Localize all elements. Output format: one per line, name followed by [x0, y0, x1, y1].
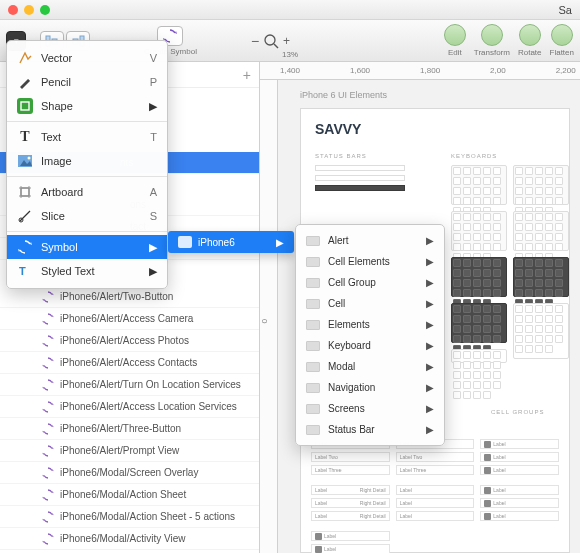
keyboard-thumb-dark [451, 303, 507, 343]
cell-thumb: Label [480, 439, 559, 449]
menu-label: Image [41, 155, 72, 167]
rotate-label: Rotate [518, 48, 542, 57]
add-page-button[interactable]: + [243, 67, 251, 83]
zoom-window-icon[interactable] [40, 5, 50, 15]
cell-thumb: Label [480, 511, 559, 521]
statusbar-thumb [315, 165, 405, 171]
layer-row[interactable]: iPhone6/Modal/Activity View [0, 528, 259, 550]
rotate-button[interactable]: Rotate [518, 24, 542, 57]
menu-label: Styled Text [41, 265, 95, 277]
chevron-right-icon: ▶ [426, 340, 434, 351]
ruler-tick: 1,800 [420, 66, 440, 75]
cell-label: Label [400, 487, 412, 493]
cell-detail: Right Detail [360, 487, 386, 493]
menu-item-vector[interactable]: VectorV [7, 46, 167, 70]
svg-point-9 [28, 157, 31, 160]
menu-label: Text [41, 131, 61, 143]
menu-item[interactable]: Cell Elements▶ [296, 251, 444, 272]
chevron-right-icon: ▶ [426, 424, 434, 435]
cell-chip-icon [484, 454, 491, 461]
menu-item-artboard[interactable]: ArtboardA [7, 180, 167, 204]
layer-row[interactable]: iPhone6/Alert/Access Photos [0, 330, 259, 352]
layer-row[interactable]: iPhone6/Alert/Access Contacts [0, 352, 259, 374]
edit-button[interactable]: Edit [444, 24, 466, 57]
minimize-window-icon[interactable] [24, 5, 34, 15]
menu-item-slice[interactable]: SliceS [7, 204, 167, 228]
cell-thumb: Label Three [396, 465, 475, 475]
menu-label: Screens [328, 403, 365, 414]
insert-menu[interactable]: VectorV PencilP Shape▶ TTextT Image Artb… [6, 40, 168, 289]
savvy-logo: SAVVY [315, 121, 361, 137]
menu-label: Modal [328, 361, 355, 372]
cell-label: Label [315, 513, 327, 519]
flatten-button[interactable]: Flatten [550, 24, 574, 57]
menu-shortcut: P [150, 76, 157, 88]
keyboard-thumb [451, 211, 507, 251]
symbol-submenu-iphone6[interactable]: iPhone6 ▶ [168, 231, 294, 253]
layer-row[interactable]: iPhone6/Alert/Two-Button [0, 286, 259, 308]
layer-row[interactable]: iPhone6/Alert/Access Camera [0, 308, 259, 330]
menu-item-text[interactable]: TTextT [7, 125, 167, 149]
cell-thumb: Label [480, 498, 559, 508]
iphone6-categories-menu[interactable]: Alert▶Cell Elements▶Cell Group▶Cell▶Elem… [295, 224, 445, 446]
menu-label: Cell Group [328, 277, 376, 288]
transform-button[interactable]: Transform [474, 24, 510, 57]
menu-label: Cell Elements [328, 256, 390, 267]
cell-thumb: Label [480, 485, 559, 495]
cell-detail: Right Detail [360, 500, 386, 506]
transform-label: Transform [474, 48, 510, 57]
document-title: Sa [559, 4, 572, 16]
cell-thumb: LabelRight Detail [311, 498, 390, 508]
keyboard-thumb [513, 303, 569, 359]
cell-detail: Right Detail [360, 513, 386, 519]
ruler-horizontal: 1,400 1,600 1,800 2,00 2,200 2,40 [260, 62, 580, 80]
artboard-title[interactable]: iPhone 6 UI Elements [300, 90, 387, 100]
chevron-right-icon: ▶ [426, 256, 434, 267]
layer-row[interactable]: iPhone6/Modal/Action Sheet - 5 actions [0, 506, 259, 528]
ruler-tick: 0 [260, 319, 269, 323]
menu-item-shape[interactable]: Shape▶ [7, 94, 167, 118]
layer-row[interactable]: iPhone6/Modal/Screen Overlay [0, 462, 259, 484]
vector-icon [17, 50, 33, 66]
menu-item[interactable]: Alert▶ [296, 230, 444, 251]
keyboard-thumb [513, 165, 569, 205]
cell-chip-icon [484, 441, 491, 448]
symbol-icon [42, 291, 54, 303]
menu-item[interactable]: Screens▶ [296, 398, 444, 419]
close-window-icon[interactable] [8, 5, 18, 15]
ruler-tick: 2,200 [556, 66, 576, 75]
menu-item-styled-text[interactable]: TStyled Text▶ [7, 259, 167, 283]
layer-row[interactable]: iPhone6/Alert/Prompt View [0, 440, 259, 462]
chevron-right-icon: ▶ [149, 265, 157, 278]
menu-item-symbol[interactable]: Symbol▶ [7, 235, 167, 259]
menu-item[interactable]: Status Bar▶ [296, 419, 444, 440]
menu-item[interactable]: Cell▶ [296, 293, 444, 314]
chevron-right-icon: ▶ [276, 237, 284, 248]
layer-row[interactable]: iPhone6/Alert/Access Location Services [0, 396, 259, 418]
menu-item-image[interactable]: Image [7, 149, 167, 173]
category-thumb-icon [306, 278, 320, 288]
symbol-icon [42, 445, 54, 457]
cell-chip-icon [484, 513, 491, 520]
folder-icon [178, 236, 192, 248]
cell-label: Label Two [400, 454, 423, 460]
menu-item-pencil[interactable]: PencilP [7, 70, 167, 94]
layer-row[interactable]: iPhone6/Modal/Action Sheet [0, 484, 259, 506]
category-thumb-icon [306, 236, 320, 246]
layer-label: iPhone6/Alert/Access Contacts [60, 357, 197, 368]
menu-item[interactable]: Cell Group▶ [296, 272, 444, 293]
zoom-in-button[interactable]: + [283, 34, 290, 48]
menu-item[interactable]: Modal▶ [296, 356, 444, 377]
layer-row[interactable]: iPhone6/Alert/Turn On Location Services [0, 374, 259, 396]
cell-thumb: Label Two [311, 452, 390, 462]
menu-item[interactable]: Keyboard▶ [296, 335, 444, 356]
magnifier-icon[interactable] [263, 33, 279, 49]
ruler-tick: 2,00 [490, 66, 506, 75]
cell-thumb: Label [396, 511, 475, 521]
keyboard-thumb-dark [513, 257, 569, 297]
zoom-out-button[interactable]: − [251, 33, 259, 49]
menu-label: Shape [41, 100, 73, 112]
layer-row[interactable]: iPhone6/Alert/Three-Button [0, 418, 259, 440]
menu-item[interactable]: Navigation▶ [296, 377, 444, 398]
menu-item[interactable]: Elements▶ [296, 314, 444, 335]
